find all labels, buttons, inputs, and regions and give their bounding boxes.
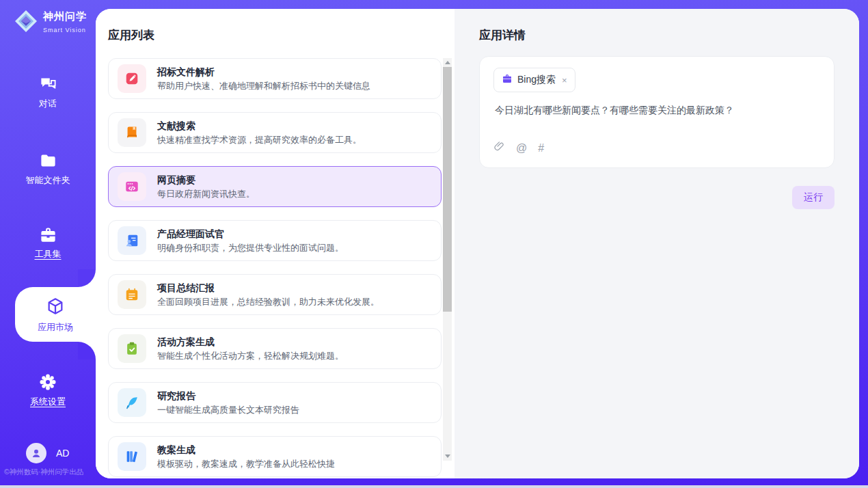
app-list-title: 应用列表: [108, 27, 154, 43]
at-icon[interactable]: @: [516, 142, 527, 154]
sidebar-item-label: 工具集: [0, 248, 96, 260]
toolbox-icon: [0, 226, 96, 244]
chat-icon: [0, 75, 96, 94]
app-desc: 明确身份和职责，为您提供专业性的面试问题。: [157, 243, 344, 254]
avatar: [26, 443, 46, 463]
folder-icon: [0, 152, 96, 170]
query-input[interactable]: 今日湖北有哪些新闻要点？有哪些需要关注的最新政策？: [495, 103, 819, 117]
app-desc: 模板驱动，教案速成，教学准备从此轻松快捷: [157, 459, 335, 470]
bottom-strip: [0, 485, 868, 488]
tool-tag-label: Bing搜索: [517, 74, 556, 86]
app-title: 项目总结汇报: [157, 282, 379, 293]
scrollbar-thumb[interactable]: [443, 67, 452, 312]
app-title: 活动方案生成: [157, 336, 344, 347]
scrollbar-down-arrow[interactable]: [443, 452, 452, 461]
app-title: 文献搜索: [157, 120, 362, 131]
sidebar-item-label: 对话: [0, 98, 96, 110]
app-card[interactable]: 教案生成 模板驱动，教案速成，教学准备从此轻松快捷: [108, 436, 442, 477]
logo-subtitle: Smart Vision: [43, 27, 86, 33]
paperclip-icon[interactable]: [493, 141, 505, 155]
browser-code-icon: [118, 172, 146, 201]
user-account[interactable]: AD: [26, 443, 69, 463]
scrollbar-up-arrow[interactable]: [443, 58, 452, 67]
app-window: 神州问学 Smart Vision 对话 智能文件夹: [0, 0, 868, 488]
hash-icon[interactable]: #: [538, 142, 544, 154]
app-card-list: 招标文件解析 帮助用户快速、准确地理解和解析招标书中的关键信息 文献搜索: [108, 58, 442, 478]
app-card[interactable]: 活动方案生成 智能生成个性化活动方案，轻松解决规划难题。: [108, 328, 442, 369]
app-desc: 每日政府新闻资讯快查。: [157, 189, 255, 200]
list-scrollbar[interactable]: [443, 58, 452, 461]
sidebar-item-app-market[interactable]: 应用市场: [15, 287, 96, 342]
tool-tag-bing-search[interactable]: Bing搜索 ×: [493, 68, 575, 92]
app-card[interactable]: 产品经理面试官 明确身份和职责，为您提供专业性的面试问题。: [108, 220, 442, 261]
app-detail-title: 应用详情: [479, 27, 526, 43]
content-frame: 应用列表 招标文件解析 帮助用户快速、准确地理解和解析招标书中的关键信息: [96, 9, 859, 478]
app-title: 网页摘要: [157, 174, 255, 185]
app-desc: 全面回顾项目进展，总结经验教训，助力未来优化发展。: [157, 297, 379, 308]
sidebar-item-settings[interactable]: 系统设置: [0, 372, 96, 408]
app-list-panel: 应用列表 招标文件解析 帮助用户快速、准确地理解和解析招标书中的关键信息: [96, 9, 455, 478]
sidebar-item-label: 系统设置: [0, 396, 96, 408]
app-title: 产品经理面试官: [157, 228, 344, 239]
close-icon[interactable]: ×: [562, 75, 567, 85]
clipboard-check-icon: [118, 334, 146, 363]
app-desc: 智能生成个性化活动方案，轻松解决规划难题。: [157, 351, 344, 362]
app-detail-panel: 应用详情 Bing搜索 × 今日湖北有哪些新闻要点？有哪些需要关注的最新政策？: [455, 9, 859, 478]
app-desc: 帮助用户快速、准确地理解和解析招标书中的关键信息: [157, 81, 370, 92]
sidebar-item-label: 智能文件夹: [0, 174, 96, 187]
app-card[interactable]: 文献搜索 快速精准查找学术资源，提高研究效率的必备工具。: [108, 112, 442, 153]
bulge-curve-top: [78, 269, 96, 287]
user-name: AD: [56, 448, 69, 459]
gear-icon: [0, 372, 96, 392]
edit-square-icon: [118, 64, 146, 93]
books-icon: [118, 442, 146, 471]
app-title: 招标文件解析: [157, 66, 370, 77]
cube-icon: [46, 306, 65, 318]
run-button[interactable]: 运行: [792, 186, 835, 209]
input-toolbar: @ #: [493, 141, 544, 155]
app-logo: 神州问学 Smart Vision: [14, 9, 96, 36]
sidebar-item-label: 应用市场: [15, 321, 96, 334]
sidebar-item-toolset[interactable]: 工具集: [0, 226, 96, 260]
app-card[interactable]: 研究报告 一键智能生成高质量长文本研究报告: [108, 382, 442, 423]
app-title: 教案生成: [157, 444, 335, 455]
app-desc: 快速精准查找学术资源，提高研究效率的必备工具。: [157, 135, 362, 146]
copyright-text: ©神州数码·神州问学出品: [4, 467, 96, 477]
sidebar-item-smart-folder[interactable]: 智能文件夹: [0, 152, 96, 187]
briefcase-icon: [502, 73, 513, 87]
app-card[interactable]: 招标文件解析 帮助用户快速、准确地理解和解析招标书中的关键信息: [108, 58, 442, 99]
prompt-card: Bing搜索 × 今日湖北有哪些新闻要点？有哪些需要关注的最新政策？ @ #: [479, 56, 835, 168]
sidebar: 神州问学 Smart Vision 对话 智能文件夹: [0, 0, 96, 488]
app-title: 研究报告: [157, 390, 299, 401]
app-card[interactable]: 项目总结汇报 全面回顾项目进展，总结经验教训，助力未来优化发展。: [108, 274, 442, 315]
app-desc: 一键智能生成高质量长文本研究报告: [157, 405, 299, 416]
calendar-note-icon: [118, 280, 146, 309]
bulge-curve-bottom: [78, 342, 96, 360]
logo-title: 神州问学: [43, 10, 87, 22]
quill-icon: [118, 388, 146, 417]
book-icon: [118, 118, 146, 147]
sidebar-item-chat[interactable]: 对话: [0, 75, 96, 110]
person-document-icon: [118, 226, 146, 255]
app-card-selected[interactable]: 网页摘要 每日政府新闻资讯快查。: [108, 166, 442, 207]
diamond-logo-icon: [14, 9, 38, 36]
